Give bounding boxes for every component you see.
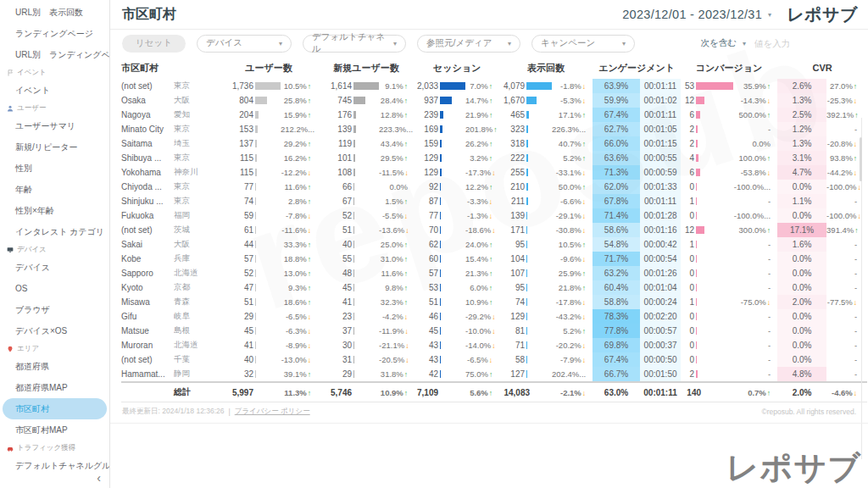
sidebar-item[interactable]: 年齢 — [0, 179, 109, 200]
car-icon — [7, 445, 14, 452]
totals-eng-rate: 63.0% — [593, 382, 640, 402]
chevron-down-icon[interactable]: ▾ — [768, 11, 771, 19]
app-logo: レポサブ — [787, 3, 858, 26]
users-pct-cell: 18.6%↑ — [281, 295, 318, 309]
conv-bar — [696, 327, 697, 335]
sidebar-item[interactable]: OS — [0, 278, 109, 299]
map-pin-icon — [7, 346, 14, 352]
engagement-rate-cell: 78.3% — [593, 309, 640, 324]
cvr-rate-cell: 1.3% — [777, 136, 826, 151]
sidebar-item[interactable]: イベント — [0, 80, 109, 101]
prefecture-cell: 島根 — [174, 324, 220, 338]
views-value-cell: 4,079 — [499, 79, 552, 93]
reset-button[interactable]: リセット — [122, 35, 186, 53]
sidebar-item[interactable]: 都道府県MAP — [0, 377, 109, 398]
new_users-pct-cell: 12.8%↑ — [379, 108, 415, 122]
sidebar-item[interactable]: デバイス×OS — [0, 320, 109, 341]
engagement-time-cell: 00:01:15 — [640, 136, 681, 151]
cvr-rate-cell: 1.3% — [777, 93, 826, 108]
table-row: Minato City 東京 153 212.2%... 139 223.3%.… — [121, 122, 867, 136]
city-cell: Nagoya — [121, 108, 174, 122]
new_users-bar — [353, 241, 354, 248]
conv-pct-cell: - — [733, 237, 777, 252]
sessions-pct-cell: 7.0%↑ — [465, 79, 499, 93]
users-value-cell: 29 — [220, 309, 281, 324]
sidebar-item[interactable]: デフォルトチャネルグループ — [0, 455, 109, 476]
sidebar-item[interactable]: ユーザーサマリ — [0, 115, 109, 136]
up-arrow-icon: ↑ — [308, 197, 311, 206]
sidebar-item[interactable]: URL別 ランディングページ — [0, 44, 109, 65]
users-value-cell: 57 — [220, 252, 281, 266]
sidebar-section: エリア — [0, 341, 109, 356]
sessions-pct-cell: -17.3%↓ — [465, 165, 499, 180]
totals-row: 総計 5,997 11.3%↑ 5,746 10.9%↑ 7,109 5.6%↑… — [121, 382, 867, 402]
sidebar-item[interactable]: URL別 表示回数 — [0, 2, 109, 23]
date-range-selector[interactable]: 2023/12/01 - 2023/12/31 — [622, 8, 762, 21]
table-scrollbar-thumb[interactable] — [860, 137, 862, 181]
sidebar-item[interactable]: 性別×年齢 — [0, 200, 109, 221]
totals-conv: 140 — [681, 382, 733, 402]
cvr-rate-cell: 1.2% — [777, 122, 826, 136]
views-bar — [526, 111, 529, 119]
copyright: ©reposub. All rights reserved. — [761, 408, 856, 416]
sessions-pct-cell: -29.2%↓ — [465, 309, 499, 324]
sidebar-item[interactable]: デバイス — [0, 257, 109, 278]
flag-icon — [7, 69, 14, 76]
sidebar-item-selected[interactable]: 市区町村 — [3, 398, 107, 419]
views-pct-cell: -20.2%↓ — [552, 338, 593, 352]
city-cell: Chiyoda ... — [121, 180, 174, 194]
sidebar-item[interactable]: 性別 — [0, 158, 109, 179]
users-pct-cell: 9.3%↑ — [281, 280, 318, 295]
filter-dropdown[interactable]: デフォルトチャネル▾ — [303, 35, 406, 53]
cvr-rate-cell: 0.0% — [777, 338, 826, 352]
new_users-value-cell: 52 — [318, 208, 379, 223]
filter-dropdown[interactable]: 参照元/メディア▾ — [417, 35, 520, 53]
conv-value-cell: 0 — [681, 324, 733, 338]
sessions-value-cell: 239 — [415, 108, 465, 122]
users-pct-cell: -7.8%↓ — [281, 208, 318, 223]
privacy-policy-link[interactable]: プライバシー ポリシー — [235, 407, 310, 417]
views-bar — [526, 197, 528, 205]
conv-bar — [696, 125, 698, 133]
sidebar-collapse-icon[interactable]: ‹ — [97, 471, 101, 485]
filter-dropdown[interactable]: デバイス▾ — [197, 35, 292, 53]
up-arrow-icon: ↑ — [582, 111, 586, 119]
users-value-cell: 204 — [220, 108, 281, 122]
table-row: Fukuoka 福岡 59 -7.8%↓ 52 -5.5%↓ 77 -1.3%↓ — [121, 208, 867, 223]
sidebar-item[interactable]: ランディングページ — [0, 23, 109, 44]
chevron-down-icon: ▾ — [508, 40, 511, 47]
conv-value-cell: 4 — [681, 151, 733, 165]
prefecture-cell: 静岡 — [174, 367, 220, 382]
totals-label: 総計 — [121, 382, 220, 402]
views-bar — [526, 212, 527, 219]
conv-bar — [696, 226, 704, 234]
views-pct-cell: 50.0%↑ — [552, 180, 593, 194]
filter-dropdown[interactable]: キャンペーン▾ — [531, 35, 635, 53]
conv-pct-cell: - — [733, 367, 777, 382]
condition-dropdown[interactable]: 次を含む ▾ — [700, 37, 746, 49]
new_users-bar — [353, 183, 354, 191]
sidebar-list: URL別 表示回数ランディングページURL別 ランディングページイベントイベント… — [0, 2, 109, 476]
sessions-value-cell: 46 — [415, 309, 465, 324]
filter-value-input[interactable] — [753, 37, 834, 49]
sidebar-item[interactable]: 新規/リピーター — [0, 136, 109, 158]
engagement-rate-cell: 66.7% — [593, 367, 640, 382]
engagement-rate-cell: 59.9% — [593, 93, 640, 108]
up-arrow-icon: ↑ — [404, 154, 408, 163]
views-bar — [526, 241, 527, 248]
page-title: 市区町村 — [122, 6, 176, 24]
sidebar-item[interactable]: 市区町村MAP — [0, 419, 109, 441]
table-meta: 最終更新日: 2024/1/18 12:36:26 | プライバシー ポリシー … — [110, 402, 868, 424]
sidebar-item[interactable]: ブラウザ — [0, 299, 109, 320]
cvr-rate-cell: 1.6% — [777, 237, 826, 252]
up-arrow-icon: ↑ — [767, 111, 771, 119]
sidebar-item[interactable]: インタレスト カテゴリ — [0, 221, 109, 242]
prefecture-cell: 東京 — [174, 122, 220, 136]
up-arrow-icon: ↑ — [489, 298, 492, 307]
city-cell: Matsue — [121, 324, 174, 338]
users-value-cell: 44 — [220, 237, 281, 252]
engagement-time-cell: 00:01:50 — [640, 367, 681, 382]
city-cell: Hamamat... — [121, 367, 174, 382]
sidebar-item[interactable]: 都道府県 — [0, 356, 109, 377]
up-arrow-icon: ↑ — [404, 284, 408, 292]
